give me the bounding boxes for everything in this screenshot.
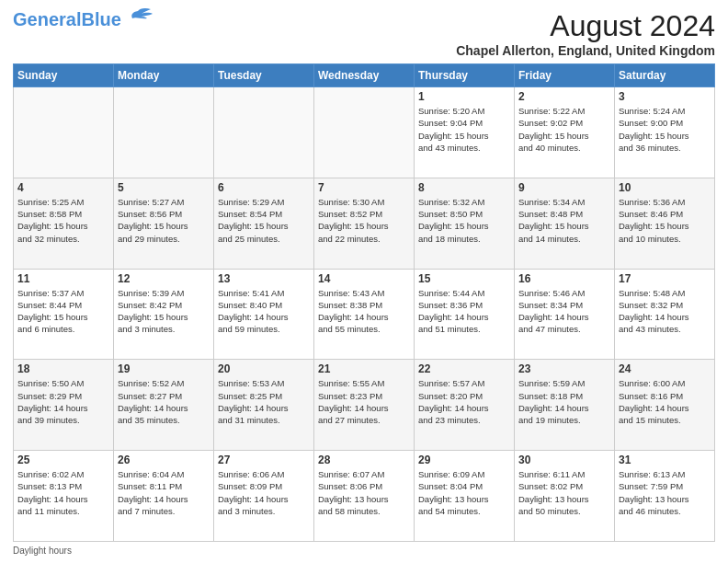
calendar-cell: 11Sunrise: 5:37 AM Sunset: 8:44 PM Dayli… [14,269,114,360]
calendar-cell: 10Sunrise: 5:36 AM Sunset: 8:46 PM Dayli… [615,178,715,269]
calendar-cell [314,87,415,178]
day-info: Sunrise: 5:22 AM Sunset: 9:02 PM Dayligh… [518,105,610,154]
calendar-cell: 22Sunrise: 5:57 AM Sunset: 8:20 PM Dayli… [415,360,515,451]
calendar-cell: 8Sunrise: 5:32 AM Sunset: 8:50 PM Daylig… [415,178,515,269]
calendar-week-row: 11Sunrise: 5:37 AM Sunset: 8:44 PM Dayli… [14,269,715,360]
day-info: Sunrise: 5:48 AM Sunset: 8:32 PM Dayligh… [619,287,711,336]
day-number: 3 [619,90,711,103]
calendar-cell: 20Sunrise: 5:53 AM Sunset: 8:25 PM Dayli… [214,360,314,451]
day-info: Sunrise: 5:39 AM Sunset: 8:42 PM Dayligh… [118,287,210,336]
day-number: 15 [418,272,510,285]
day-info: Sunrise: 5:34 AM Sunset: 8:48 PM Dayligh… [518,196,610,245]
calendar-cell: 28Sunrise: 6:07 AM Sunset: 8:06 PM Dayli… [314,451,415,542]
calendar-cell [114,87,214,178]
day-info: Sunrise: 5:50 AM Sunset: 8:29 PM Dayligh… [17,377,109,426]
logo-general: General [13,9,81,29]
logo-blue: Blue [81,9,120,29]
day-number: 27 [218,454,310,466]
day-info: Sunrise: 6:02 AM Sunset: 8:13 PM Dayligh… [17,468,109,517]
calendar-cell [214,87,314,178]
location-title: Chapel Allerton, England, United Kingdom [456,43,715,58]
calendar-week-row: 4Sunrise: 5:25 AM Sunset: 8:58 PM Daylig… [14,178,715,269]
calendar-cell: 12Sunrise: 5:39 AM Sunset: 8:42 PM Dayli… [114,269,214,360]
logo-text: GeneralBlue [13,9,121,29]
calendar-cell: 18Sunrise: 5:50 AM Sunset: 8:29 PM Dayli… [14,360,114,451]
day-number: 4 [17,181,109,194]
day-info: Sunrise: 5:41 AM Sunset: 8:40 PM Dayligh… [218,287,310,336]
calendar-header-sunday: Sunday [14,64,114,87]
day-info: Sunrise: 6:07 AM Sunset: 8:06 PM Dayligh… [318,468,410,517]
day-info: Sunrise: 5:20 AM Sunset: 9:04 PM Dayligh… [418,105,510,154]
day-number: 8 [418,181,510,194]
day-info: Sunrise: 5:30 AM Sunset: 8:52 PM Dayligh… [318,196,410,245]
day-number: 12 [118,272,210,285]
calendar-header-row: SundayMondayTuesdayWednesdayThursdayFrid… [14,64,715,87]
calendar-table: SundayMondayTuesdayWednesdayThursdayFrid… [13,63,715,542]
day-info: Sunrise: 5:29 AM Sunset: 8:54 PM Dayligh… [218,196,310,245]
day-number: 21 [318,362,410,375]
month-title: August 2024 [456,9,715,43]
day-info: Sunrise: 5:53 AM Sunset: 8:25 PM Dayligh… [218,377,310,426]
day-info: Sunrise: 6:06 AM Sunset: 8:09 PM Dayligh… [218,468,310,517]
calendar-header-tuesday: Tuesday [214,64,314,87]
calendar-header-monday: Monday [114,64,214,87]
day-number: 24 [619,362,711,375]
day-info: Sunrise: 5:59 AM Sunset: 8:18 PM Dayligh… [518,377,610,426]
day-info: Sunrise: 5:36 AM Sunset: 8:46 PM Dayligh… [619,196,711,245]
day-info: Sunrise: 5:27 AM Sunset: 8:56 PM Dayligh… [118,196,210,245]
calendar-header-saturday: Saturday [615,64,715,87]
calendar-cell: 21Sunrise: 5:55 AM Sunset: 8:23 PM Dayli… [314,360,415,451]
calendar-cell: 29Sunrise: 6:09 AM Sunset: 8:04 PM Dayli… [415,451,515,542]
calendar-cell: 25Sunrise: 6:02 AM Sunset: 8:13 PM Dayli… [14,451,114,542]
day-info: Sunrise: 5:46 AM Sunset: 8:34 PM Dayligh… [518,287,610,336]
calendar-cell: 23Sunrise: 5:59 AM Sunset: 8:18 PM Dayli… [515,360,615,451]
calendar-cell: 5Sunrise: 5:27 AM Sunset: 8:56 PM Daylig… [114,178,214,269]
calendar-cell: 1Sunrise: 5:20 AM Sunset: 9:04 PM Daylig… [415,87,515,178]
calendar-cell: 7Sunrise: 5:30 AM Sunset: 8:52 PM Daylig… [314,178,415,269]
day-number: 16 [518,272,610,285]
logo: GeneralBlue [13,9,153,29]
day-info: Sunrise: 5:25 AM Sunset: 8:58 PM Dayligh… [17,196,109,245]
day-number: 19 [118,362,210,375]
day-number: 25 [17,454,109,466]
day-number: 18 [17,362,109,375]
title-block: August 2024 Chapel Allerton, England, Un… [456,9,715,58]
calendar-cell: 24Sunrise: 6:00 AM Sunset: 8:16 PM Dayli… [615,360,715,451]
calendar-cell: 17Sunrise: 5:48 AM Sunset: 8:32 PM Dayli… [615,269,715,360]
day-number: 30 [518,454,610,466]
day-number: 17 [619,272,711,285]
calendar-cell: 6Sunrise: 5:29 AM Sunset: 8:54 PM Daylig… [214,178,314,269]
calendar-cell [14,87,114,178]
day-number: 22 [418,362,510,375]
calendar-cell: 30Sunrise: 6:11 AM Sunset: 8:02 PM Dayli… [515,451,615,542]
day-info: Sunrise: 6:04 AM Sunset: 8:11 PM Dayligh… [118,468,210,517]
calendar-header-wednesday: Wednesday [314,64,415,87]
calendar-cell: 19Sunrise: 5:52 AM Sunset: 8:27 PM Dayli… [114,360,214,451]
day-info: Sunrise: 6:11 AM Sunset: 8:02 PM Dayligh… [518,468,610,517]
day-info: Sunrise: 5:44 AM Sunset: 8:36 PM Dayligh… [418,287,510,336]
day-number: 1 [418,90,510,103]
day-info: Sunrise: 6:09 AM Sunset: 8:04 PM Dayligh… [418,468,510,517]
header: GeneralBlue August 2024 Chapel Allerton,… [13,9,715,58]
day-number: 13 [218,272,310,285]
day-number: 9 [518,181,610,194]
calendar-cell: 2Sunrise: 5:22 AM Sunset: 9:02 PM Daylig… [515,87,615,178]
day-info: Sunrise: 5:55 AM Sunset: 8:23 PM Dayligh… [318,377,410,426]
day-number: 20 [218,362,310,375]
calendar-header-friday: Friday [515,64,615,87]
day-number: 5 [118,181,210,194]
calendar-week-row: 1Sunrise: 5:20 AM Sunset: 9:04 PM Daylig… [14,87,715,178]
calendar-cell: 13Sunrise: 5:41 AM Sunset: 8:40 PM Dayli… [214,269,314,360]
calendar-cell: 31Sunrise: 6:13 AM Sunset: 7:59 PM Dayli… [615,451,715,542]
footer-note: Daylight hours [13,546,715,556]
calendar-week-row: 25Sunrise: 6:02 AM Sunset: 8:13 PM Dayli… [14,451,715,542]
day-number: 2 [518,90,610,103]
day-number: 28 [318,454,410,466]
day-number: 11 [17,272,109,285]
calendar-cell: 26Sunrise: 6:04 AM Sunset: 8:11 PM Dayli… [114,451,214,542]
calendar-week-row: 18Sunrise: 5:50 AM Sunset: 8:29 PM Dayli… [14,360,715,451]
calendar-cell: 14Sunrise: 5:43 AM Sunset: 8:38 PM Dayli… [314,269,415,360]
day-info: Sunrise: 6:00 AM Sunset: 8:16 PM Dayligh… [619,377,711,426]
calendar-cell: 9Sunrise: 5:34 AM Sunset: 8:48 PM Daylig… [515,178,615,269]
calendar-cell: 16Sunrise: 5:46 AM Sunset: 8:34 PM Dayli… [515,269,615,360]
